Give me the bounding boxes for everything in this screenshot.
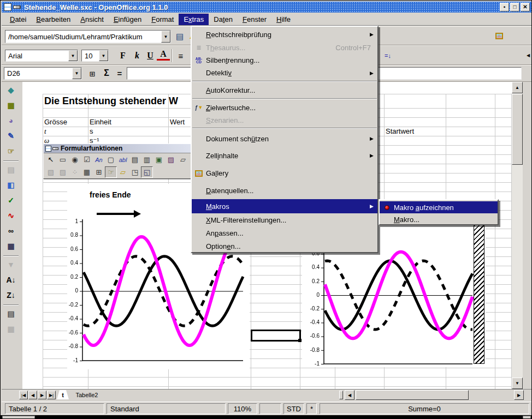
scroll-right-icon[interactable]: ▶ xyxy=(514,390,524,400)
menubar-item-datei[interactable]: Datei xyxy=(5,14,31,25)
vertical-scroll-thumb[interactable] xyxy=(512,94,523,165)
minimize-button[interactable]: ▪ xyxy=(500,3,509,11)
prev-sheet-icon[interactable]: ◀ xyxy=(28,391,37,399)
resize-notch-left[interactable] xyxy=(2,416,35,419)
menu-item-zellinhalte[interactable]: Zellinhalte▶ xyxy=(192,147,377,164)
resize-notch-right[interactable] xyxy=(523,416,531,419)
cell-A4[interactable]: t xyxy=(44,127,46,136)
form-functions-toolbar[interactable]: Formularfunktionen↖▭◉☑An▢abl▤▥▣▨▱▧▨⁘▦⊞☞▱… xyxy=(43,143,193,179)
list-box-icon[interactable]: ▤ xyxy=(129,154,141,165)
control-properties-icon[interactable]: ◳ xyxy=(129,166,141,178)
function-wizard-icon[interactable]: ⊞ xyxy=(86,67,99,80)
horizontal-scroll-thumb[interactable] xyxy=(356,390,469,400)
menubar-item-daten[interactable]: Daten xyxy=(209,14,238,25)
menubar-item-ansicht[interactable]: Ansicht xyxy=(75,14,109,25)
gallery-icon[interactable]: ⌂ xyxy=(493,29,506,43)
group-icon[interactable]: ▤ xyxy=(4,307,17,320)
push-button-icon[interactable]: ▭ xyxy=(57,154,69,165)
menu-item-rechtschreibpr-fung[interactable]: Rechtschreibprüfung▶ xyxy=(192,28,377,41)
new-document-icon[interactable]: ▤ xyxy=(173,30,186,43)
form-toolbar-titlebar[interactable]: Formularfunktionen xyxy=(44,144,192,153)
menu-item-silbentrennung[interactable]: AB-CDSilbentrennung... xyxy=(192,54,377,67)
font-size-select[interactable]: 10 ▼ xyxy=(81,50,109,62)
window-pin-icon[interactable] xyxy=(13,5,21,9)
form-properties-icon[interactable]: ◱ xyxy=(141,166,153,178)
status-sheet-info[interactable]: Tabelle 1 / 2 xyxy=(5,403,104,414)
close-button[interactable]: ✕ xyxy=(521,3,530,11)
combo-box-icon[interactable]: ▥ xyxy=(141,154,153,165)
data-sources-icon[interactable]: ▦ xyxy=(4,240,17,253)
fill-handle[interactable] xyxy=(298,339,302,342)
menu-item-autokorrektur[interactable]: AutoKorrektur... xyxy=(192,83,377,97)
menubar-item-fenster[interactable]: Fenster xyxy=(238,14,271,25)
next-sheet-icon[interactable]: ▶ xyxy=(38,391,46,399)
status-mode[interactable]: STD xyxy=(283,403,304,414)
sort-descending-icon[interactable]: Z↓ xyxy=(4,289,17,302)
edit-icon[interactable]: ▧ xyxy=(45,166,57,178)
more-controls-icon[interactable]: ⊞ xyxy=(93,166,105,178)
font-name-dropdown-icon[interactable]: ▼ xyxy=(68,50,78,61)
font-size-dropdown-icon[interactable]: ▼ xyxy=(99,50,108,61)
equals-icon[interactable]: = xyxy=(113,67,126,80)
status-modified-flag[interactable]: * xyxy=(306,403,317,414)
draw-functions-icon[interactable]: ✎ xyxy=(4,129,17,142)
vertical-scrollbar[interactable]: ▲ ▼ xyxy=(512,82,523,389)
menu-item-gallery[interactable]: ⌂Gallery xyxy=(192,164,377,182)
insert-cells-icon[interactable]: ▦ xyxy=(4,99,17,112)
label-field-icon[interactable]: An xyxy=(93,154,105,165)
status-empty-panel[interactable] xyxy=(259,403,281,414)
tab-splitter-handle[interactable] xyxy=(339,391,343,399)
url-input[interactable]: /home/samuel/Studium/Lehramt/Praktikum ▼ xyxy=(5,30,171,43)
menu-item-dokument-sch-tzen[interactable]: Dokument schützen▶ xyxy=(192,130,377,147)
sort-ascending-icon[interactable]: A↓ xyxy=(4,273,17,286)
first-sheet-icon[interactable]: |◀ xyxy=(19,391,28,399)
menubar-item-format[interactable]: Format xyxy=(146,14,179,25)
menubar-item-hilfe[interactable]: Hilfe xyxy=(271,14,295,25)
font-color-button[interactable]: A xyxy=(157,49,170,61)
menu-item-xml-filtereinstellungen[interactable]: XML-Filtereinstellungen... xyxy=(192,213,377,226)
sheet-tab-tabelle2[interactable]: Tabelle2 xyxy=(69,390,105,399)
submenu-item-makro[interactable]: Makro... xyxy=(380,213,498,225)
cell-B4[interactable]: s xyxy=(90,127,93,136)
menu-item-datenquellen[interactable]: Datenquellen... xyxy=(192,182,377,199)
file-selection-icon[interactable]: ▱ xyxy=(177,154,189,165)
status-zoom[interactable]: 110% xyxy=(228,403,257,414)
menu-item-makros[interactable]: Makros▶ xyxy=(192,199,377,213)
cell-cursor-d26[interactable] xyxy=(251,330,301,342)
insert-object-icon[interactable]: ◆ xyxy=(4,83,17,97)
menubar-item-bearbeiten[interactable]: Bearbeiten xyxy=(31,14,75,25)
status-page-style[interactable]: Standard xyxy=(107,403,226,414)
activation-order-icon[interactable]: ⁘ xyxy=(69,166,81,178)
maximize-button[interactable]: □ xyxy=(510,3,519,11)
check-box-icon[interactable]: ☑ xyxy=(81,154,93,165)
menu-item-detektiv[interactable]: Detektiv▶ xyxy=(192,67,377,79)
cell-B3[interactable]: Einheit xyxy=(90,117,111,127)
url-dropdown-icon[interactable]: ▼ xyxy=(161,31,170,43)
underline-button[interactable]: U xyxy=(144,49,157,62)
delete-contents-icon[interactable]: ▦ xyxy=(4,322,17,336)
cell-C3[interactable]: Wert xyxy=(170,117,185,127)
form-toolbar-pin-icon[interactable] xyxy=(52,147,58,150)
text-box-icon[interactable]: abl xyxy=(117,154,129,165)
last-sheet-icon[interactable]: ▶| xyxy=(47,391,56,399)
sum-icon[interactable]: Σ xyxy=(100,67,113,80)
merge-cells-icon[interactable]: =↓ xyxy=(381,49,394,62)
image-control-icon[interactable]: ▨ xyxy=(165,154,177,165)
cell-reference-dropdown-icon[interactable]: ▼ xyxy=(72,68,81,79)
form-functions-icon[interactable]: ☞ xyxy=(4,145,17,158)
menu-item-anpassen[interactable]: Anpassen... xyxy=(192,226,377,240)
format-field-icon[interactable]: ▨ xyxy=(57,166,69,178)
auto-spellcheck-icon[interactable]: ∿ xyxy=(4,209,17,222)
menu-item-zielwertsuche[interactable]: ƒ▼Zielwertsuche... xyxy=(192,101,377,114)
sheet-tab-active[interactable]: t xyxy=(57,390,69,399)
submenu-item-makro-aufzeichnen[interactable]: Makro aufzeichnen xyxy=(380,201,498,213)
autofilter-icon[interactable]: ▼ xyxy=(4,258,17,271)
italic-button[interactable]: k xyxy=(131,49,144,62)
table-control-icon[interactable]: ▦ xyxy=(81,166,93,178)
menu-item-optionen[interactable]: Optionen... xyxy=(192,240,377,253)
insert-frame-icon[interactable]: ▤ xyxy=(4,163,17,176)
spellcheck-icon[interactable]: ✓ xyxy=(4,194,17,207)
insert-chart-icon[interactable]: ◕ xyxy=(4,114,17,127)
scroll-up-icon[interactable]: ▲ xyxy=(512,82,523,93)
menubar-item-extras[interactable]: Extras xyxy=(179,14,209,25)
